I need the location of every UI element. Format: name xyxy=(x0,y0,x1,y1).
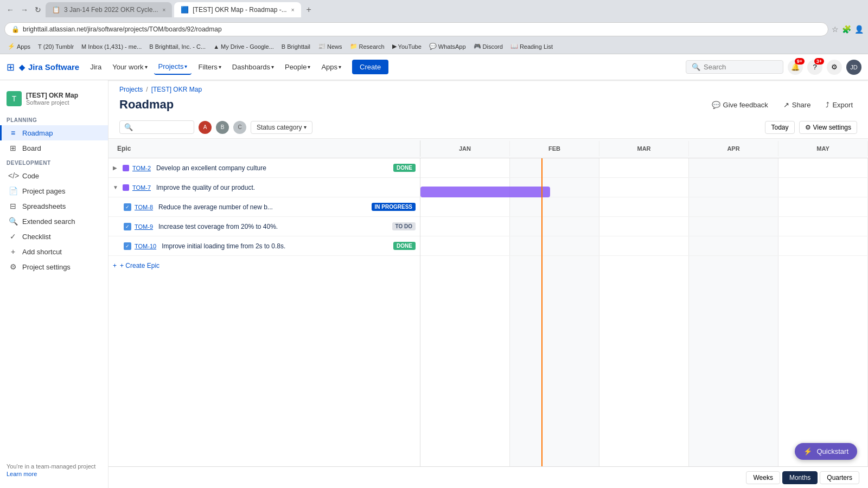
nav-filters[interactable]: Filters ▾ xyxy=(194,60,225,74)
today-button[interactable]: Today xyxy=(765,121,794,134)
toolbar-search[interactable]: 🔍 xyxy=(119,120,194,134)
avatar-1[interactable]: A xyxy=(199,121,212,134)
search-box[interactable]: 🔍 xyxy=(686,60,783,74)
status-badge-done-2: DONE xyxy=(393,242,416,250)
gantt-bar-tom7[interactable] xyxy=(420,187,550,197)
content-area: Projects / [TEST] OKR Map Roadmap 💬 Give… xyxy=(108,80,868,488)
nav-projects[interactable]: Projects ▾ xyxy=(154,59,192,75)
table-row[interactable]: ✓ TOM-10 Improve initial loading time fr… xyxy=(108,236,420,256)
breadcrumb-project-link[interactable]: [TEST] OKR Map xyxy=(151,86,202,93)
new-tab-button[interactable]: + xyxy=(303,4,315,16)
bookmark-brighttail[interactable]: B Brighttail xyxy=(278,42,314,51)
quickstart-button[interactable]: ⚡ Quickstart xyxy=(795,443,857,460)
tab-favicon-2: 🟦 xyxy=(181,6,188,14)
nav-dashboards[interactable]: Dashboards ▾ xyxy=(228,60,278,74)
feedback-icon: 💬 xyxy=(712,101,720,109)
tab-close-2[interactable]: × xyxy=(291,7,295,13)
sidebar-item-checklist[interactable]: ✓ Checklist xyxy=(0,229,108,244)
avatar-3[interactable]: C xyxy=(233,121,246,134)
sidebar-item-project-settings[interactable]: ⚙ Project settings xyxy=(0,259,108,274)
sidebar-board-label: Board xyxy=(22,144,41,152)
notifications-button[interactable]: 🔔 9+ xyxy=(788,60,803,75)
table-row[interactable]: ▼ TOM-7 Improve the quality of our produ… xyxy=(108,178,420,197)
profile-icon[interactable]: 👤 xyxy=(854,25,864,34)
bookmark-tumblr-icon: T xyxy=(38,43,42,50)
checklist-icon: ✓ xyxy=(8,232,18,241)
nav-people-label: People xyxy=(285,63,307,71)
back-button[interactable]: ← xyxy=(4,4,16,15)
bookmark-drive-icon: ▲ xyxy=(213,43,219,50)
search-input[interactable] xyxy=(704,63,777,71)
bookmark-news-label: News xyxy=(327,43,342,50)
month-feb: FEB xyxy=(510,141,599,156)
table-row[interactable]: ✓ TOM-8 Reduce the average number of new… xyxy=(108,197,420,217)
table-row[interactable]: ✓ TOM-9 Increase test coverage from 20% … xyxy=(108,217,420,236)
search-icon: 🔍 xyxy=(692,63,700,71)
bookmark-tumblr[interactable]: T (20) Tumblr xyxy=(35,42,77,51)
bookmark-drive[interactable]: ▲ My Drive - Google... xyxy=(210,42,277,51)
bookmark-brighttail-c[interactable]: B Brighttail, Inc. - C... xyxy=(146,42,209,51)
breadcrumb-projects-link[interactable]: Projects xyxy=(119,86,143,93)
user-avatar[interactable]: JD xyxy=(846,60,861,75)
tab-inactive[interactable]: 📋 3 Jan-14 Feb 2022 OKR Cycle... × xyxy=(46,2,172,17)
bookmark-inbox-label: Inbox (1,431) - me... xyxy=(88,43,142,50)
bookmark-reading-list[interactable]: 📖 Reading List xyxy=(507,42,556,51)
board-icon: ⊞ xyxy=(8,144,18,152)
help-button[interactable]: ? 3+ xyxy=(807,60,822,75)
bookmark-apps[interactable]: ⚡ Apps xyxy=(4,42,34,51)
bookmark-icon[interactable]: ☆ xyxy=(832,25,839,34)
share-button[interactable]: ↗ Share xyxy=(779,99,815,111)
bookmark-youtube[interactable]: ▶ YouTube xyxy=(389,42,425,51)
toolbar-search-input[interactable] xyxy=(135,124,189,131)
nav-right-controls: 🔍 🔔 9+ ? 3+ ⚙ JD xyxy=(686,60,861,75)
sidebar-item-board[interactable]: ⊞ Board xyxy=(0,140,108,156)
bookmark-research[interactable]: 📁 Research xyxy=(347,42,388,51)
toolbar-search-icon: 🔍 xyxy=(124,123,133,131)
tab-close-1[interactable]: × xyxy=(162,7,165,13)
learn-more-link[interactable]: Learn more xyxy=(7,471,108,477)
reload-button[interactable]: ↻ xyxy=(33,4,43,15)
bookmark-whatsapp[interactable]: 💬 WhatsApp xyxy=(426,42,469,51)
project-name: [TEST] OKR Map xyxy=(26,92,78,99)
view-settings-button[interactable]: ⚙ View settings xyxy=(799,121,857,134)
grid-cell-may xyxy=(778,158,868,466)
nav-jira[interactable]: Jira xyxy=(86,60,106,74)
epic-color-dot xyxy=(123,165,129,171)
spreadsheets-icon: ⊟ xyxy=(8,202,18,210)
avatar-2[interactable]: B xyxy=(216,121,229,134)
export-button[interactable]: ⤴ Export xyxy=(821,99,857,111)
settings-button[interactable]: ⚙ xyxy=(827,60,842,75)
extension-icon[interactable]: 🧩 xyxy=(842,25,851,34)
tab-active[interactable]: 🟦 [TEST] OKR Map - Roadmap -... × xyxy=(174,2,301,17)
create-button[interactable]: Create xyxy=(352,60,388,74)
nav-people[interactable]: People ▾ xyxy=(280,60,315,74)
bookmark-inbox[interactable]: M Inbox (1,431) - me... xyxy=(78,42,145,51)
create-epic-row[interactable]: + + Create Epic xyxy=(108,256,420,275)
grid-cell-mar xyxy=(599,158,689,466)
nav-filters-label: Filters xyxy=(198,63,217,71)
browser-back-controls: ← → ↻ xyxy=(4,4,43,15)
sidebar-item-spreadsheets[interactable]: ⊟ Spreadsheets xyxy=(0,198,108,214)
sidebar-item-extended-search[interactable]: 🔍 Extended search xyxy=(0,214,108,229)
bookmark-news[interactable]: 📰 News xyxy=(315,42,346,51)
sidebar-item-add-shortcut[interactable]: + Add shortcut xyxy=(0,244,108,259)
dashboards-chevron-icon: ▾ xyxy=(271,64,274,70)
nav-your-work[interactable]: Your work ▾ xyxy=(108,60,151,74)
bookmark-discord[interactable]: 🎮 Discord xyxy=(470,42,506,51)
jira-logo[interactable]: ◆ Jira Software xyxy=(19,62,79,72)
nav-apps[interactable]: Apps ▾ xyxy=(317,60,346,74)
address-bar[interactable]: 🔒 brighttail.atlassian.net/jira/software… xyxy=(4,22,828,36)
sidebar-item-code[interactable]: </> Code xyxy=(0,168,108,183)
bookmark-drive-label: My Drive - Google... xyxy=(221,43,274,50)
status-category-dropdown[interactable]: Status category ▾ xyxy=(251,121,312,134)
give-feedback-button[interactable]: 💬 Give feedback xyxy=(707,99,773,111)
sidebar-project-settings-label: Project settings xyxy=(22,263,71,271)
collapse-icon[interactable]: ▶ xyxy=(113,165,119,171)
sidebar-item-project-pages[interactable]: 📄 Project pages xyxy=(0,183,108,198)
sidebar-item-roadmap[interactable]: ≡ Roadmap xyxy=(0,125,108,140)
team-label: You're in a team-managed project xyxy=(7,463,108,471)
table-row[interactable]: ▶ TOM-2 Develop an excellent company cul… xyxy=(108,158,420,178)
quickstart-icon: ⚡ xyxy=(803,447,812,455)
forward-button[interactable]: → xyxy=(18,4,30,15)
expand-icon[interactable]: ▼ xyxy=(113,184,119,190)
